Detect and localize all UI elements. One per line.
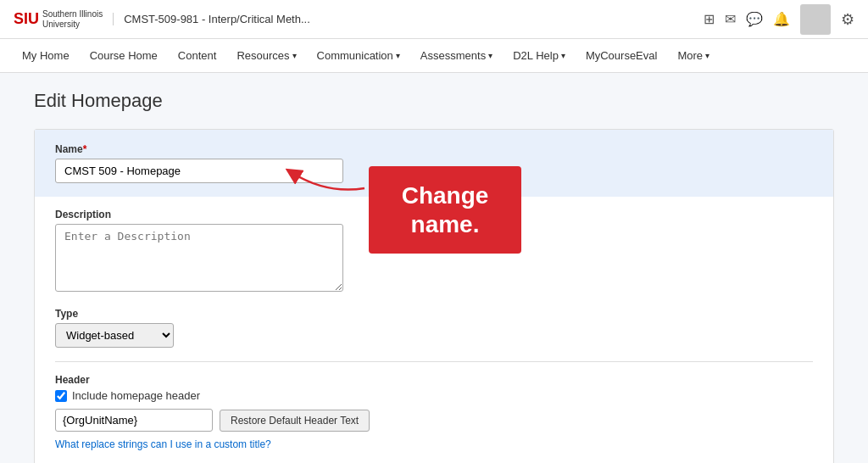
gear-icon[interactable]: ⚙ — [841, 10, 854, 29]
nav-assessments[interactable]: Assessments ▾ — [412, 42, 501, 69]
bell-icon[interactable]: 🔔 — [773, 11, 790, 27]
callout-change-name: Changename. — [369, 166, 521, 254]
nav-bar: My Home Course Home Content Resources ▾ … — [0, 39, 868, 73]
chevron-icon: ▾ — [396, 51, 400, 60]
restore-default-button[interactable]: Restore Default Header Text — [220, 410, 370, 432]
top-bar-left: SIU Southern Illinois University CMST-50… — [14, 9, 310, 30]
top-bar: SIU Southern Illinois University CMST-50… — [0, 0, 868, 39]
chevron-icon: ▾ — [292, 51, 297, 60]
siu-line1: Southern Illinois — [42, 9, 103, 20]
siu-logo: SIU Southern Illinois University — [14, 9, 103, 30]
chevron-icon: ▾ — [488, 51, 492, 60]
course-title: CMST-509-981 - Interp/Critical Meth... — [113, 13, 310, 25]
nav-course-home[interactable]: Course Home — [81, 42, 166, 69]
avatar[interactable] — [800, 4, 831, 35]
chevron-icon: ▾ — [705, 51, 709, 60]
chevron-icon: ▾ — [561, 51, 565, 60]
header-checkbox-row: Include homepage header — [55, 389, 813, 402]
nav-my-home[interactable]: My Home — [14, 42, 78, 69]
siu-line2: University — [42, 20, 103, 30]
nav-content[interactable]: Content — [170, 42, 225, 69]
header-label: Header — [55, 374, 813, 386]
type-label: Type — [55, 308, 813, 320]
main-content: Edit Homepage Name* Description Type Wid… — [0, 73, 868, 463]
type-row: Type Widget-based Standard — [55, 308, 813, 348]
org-unit-row: Restore Default Header Text — [55, 409, 813, 432]
mail-icon[interactable]: ✉ — [725, 11, 736, 27]
org-unit-input[interactable] — [55, 409, 213, 432]
nav-more[interactable]: More ▾ — [669, 42, 718, 69]
nav-communication[interactable]: Communication ▾ — [309, 42, 409, 69]
page-title: Edit Homepage — [34, 90, 834, 112]
nav-mycourseeval[interactable]: MyCourseEval — [577, 42, 666, 69]
nav-d2l-help[interactable]: D2L Help ▾ — [504, 42, 574, 69]
grid-icon[interactable]: ⊞ — [704, 11, 715, 27]
name-input[interactable] — [55, 159, 343, 183]
description-input[interactable] — [55, 224, 343, 292]
name-label: Name* — [55, 143, 813, 155]
top-bar-right: ⊞ ✉ 💬 🔔 ⚙ — [704, 4, 854, 35]
type-select[interactable]: Widget-based Standard — [55, 323, 174, 348]
annotation-wrapper: Name* Description Type Widget-based Stan… — [34, 129, 834, 463]
header-checkbox-label: Include homepage header — [72, 389, 200, 402]
header-checkbox[interactable] — [55, 390, 67, 402]
header-row: Header Include homepage header Restore D… — [55, 374, 813, 450]
help-link[interactable]: What replace strings can I use in a cust… — [55, 438, 271, 450]
nav-resources[interactable]: Resources ▾ — [228, 42, 304, 69]
siu-abbr: SIU — [14, 10, 39, 28]
chat-icon[interactable]: 💬 — [746, 11, 763, 27]
